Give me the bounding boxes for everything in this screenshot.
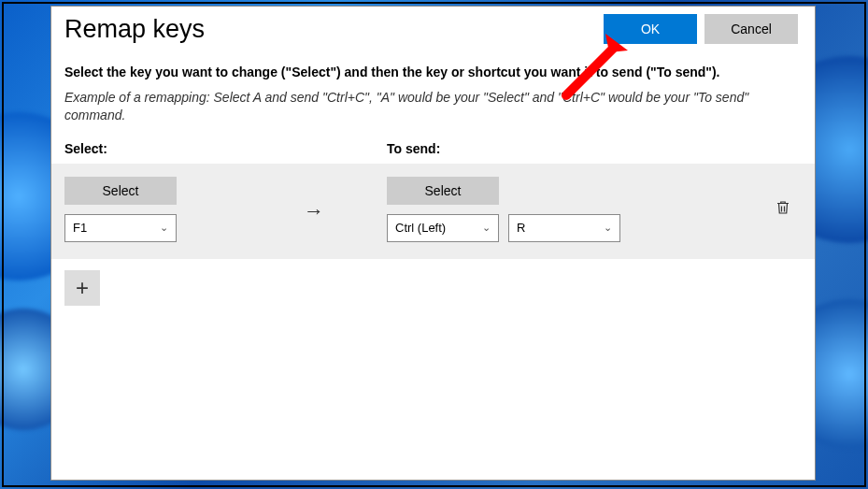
to-modifier-value: Ctrl (Left)	[395, 221, 446, 235]
chevron-down-icon: ⌄	[482, 222, 491, 234]
chevron-down-icon: ⌄	[160, 222, 168, 234]
column-header-tosend: To send:	[387, 141, 802, 156]
example-text: Example of a remapping: Select A and sen…	[64, 89, 802, 124]
to-key-dropdown[interactable]: R ⌄	[508, 214, 620, 242]
plus-icon: +	[76, 275, 89, 300]
from-key-dropdown[interactable]: F1 ⌄	[64, 214, 177, 242]
title-bar: Remap keys OK Cancel	[51, 7, 815, 44]
delete-row-button[interactable]	[775, 204, 791, 220]
to-modifier-dropdown[interactable]: Ctrl (Left) ⌄	[387, 214, 499, 242]
from-key-value: F1	[73, 221, 87, 235]
column-header-select: Select:	[64, 141, 387, 156]
remap-keys-window: Remap keys OK Cancel Select the key you …	[50, 6, 816, 481]
chevron-down-icon: ⌄	[604, 222, 612, 234]
cancel-button[interactable]: Cancel	[704, 14, 798, 44]
page-title: Remap keys	[64, 15, 596, 44]
ok-button[interactable]: OK	[604, 14, 697, 44]
trash-icon	[775, 198, 791, 217]
mapping-row: Select F1 ⌄ → Select Ctrl (Left) ⌄	[51, 164, 815, 259]
add-mapping-button[interactable]: +	[64, 270, 100, 306]
instructions-text: Select the key you want to change ("Sele…	[64, 65, 802, 79]
to-key-value: R	[517, 221, 525, 235]
from-select-button[interactable]: Select	[64, 177, 177, 205]
to-select-button[interactable]: Select	[387, 177, 499, 205]
arrow-icon: →	[304, 199, 324, 223]
